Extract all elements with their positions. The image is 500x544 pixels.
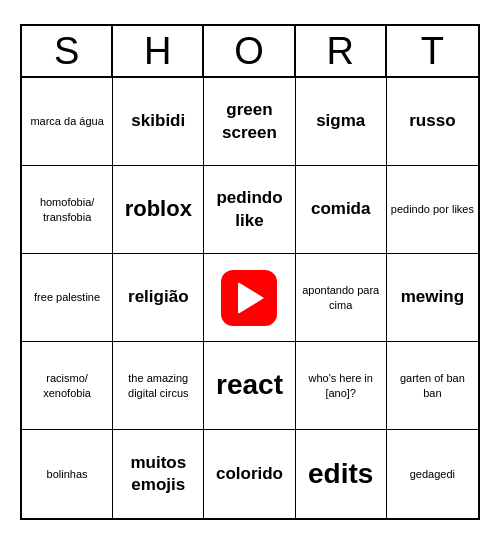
bingo-cell: colorido	[204, 430, 295, 518]
bingo-cell: the amazing digital circus	[113, 342, 204, 430]
bingo-cell: comida	[296, 166, 387, 254]
cell-label: bolinhas	[47, 467, 88, 481]
youtube-shorts-icon	[221, 270, 277, 326]
bingo-header: SHORT	[22, 26, 478, 78]
bingo-cell: religião	[113, 254, 204, 342]
bingo-cell: react	[204, 342, 295, 430]
cell-label: roblox	[125, 195, 192, 224]
cell-label: free palestine	[34, 290, 100, 304]
cell-label: garten of ban ban	[391, 371, 474, 400]
bingo-cell: mewing	[387, 254, 478, 342]
bingo-cell: gedagedi	[387, 430, 478, 518]
bingo-cell: skibidi	[113, 78, 204, 166]
bingo-cell: garten of ban ban	[387, 342, 478, 430]
bingo-cell: muitos emojis	[113, 430, 204, 518]
cell-label: muitos emojis	[117, 452, 199, 496]
bingo-cell: sigma	[296, 78, 387, 166]
play-triangle-icon	[238, 282, 264, 314]
bingo-cell: homofobia/ transfobia	[22, 166, 113, 254]
cell-label: react	[216, 367, 283, 403]
cell-label: edits	[308, 456, 373, 492]
bingo-cell: edits	[296, 430, 387, 518]
header-letter: H	[113, 26, 204, 76]
bingo-cell: who's here in [ano]?	[296, 342, 387, 430]
cell-label: apontando para cima	[300, 283, 382, 312]
header-letter: T	[387, 26, 478, 76]
bingo-cell: free palestine	[22, 254, 113, 342]
header-letter: R	[296, 26, 387, 76]
bingo-cell: roblox	[113, 166, 204, 254]
bingo-cell: bolinhas	[22, 430, 113, 518]
bingo-cell: racismo/ xenofobia	[22, 342, 113, 430]
bingo-cell: apontando para cima	[296, 254, 387, 342]
cell-label: pedindo like	[208, 187, 290, 231]
header-letter: O	[204, 26, 295, 76]
cell-label: pedindo por likes	[391, 202, 474, 216]
bingo-cell: marca da água	[22, 78, 113, 166]
cell-label: skibidi	[131, 110, 185, 132]
bingo-cell: russo	[387, 78, 478, 166]
bingo-cell	[204, 254, 295, 342]
cell-label: mewing	[401, 286, 464, 308]
cell-label: green screen	[208, 99, 290, 143]
bingo-cell: pedindo por likes	[387, 166, 478, 254]
cell-label: marca da água	[30, 114, 103, 128]
cell-label: religião	[128, 286, 188, 308]
cell-label: the amazing digital circus	[117, 371, 199, 400]
cell-label: who's here in [ano]?	[300, 371, 382, 400]
bingo-card: SHORT marca da águaskibidigreen screensi…	[20, 24, 480, 520]
bingo-grid: marca da águaskibidigreen screensigmarus…	[22, 78, 478, 518]
cell-label: racismo/ xenofobia	[26, 371, 108, 400]
header-letter: S	[22, 26, 113, 76]
bingo-cell: green screen	[204, 78, 295, 166]
cell-label: sigma	[316, 110, 365, 132]
cell-label: comida	[311, 198, 371, 220]
cell-label: gedagedi	[410, 467, 455, 481]
cell-label: russo	[409, 110, 455, 132]
cell-label: homofobia/ transfobia	[26, 195, 108, 224]
bingo-cell: pedindo like	[204, 166, 295, 254]
cell-label: colorido	[216, 463, 283, 485]
